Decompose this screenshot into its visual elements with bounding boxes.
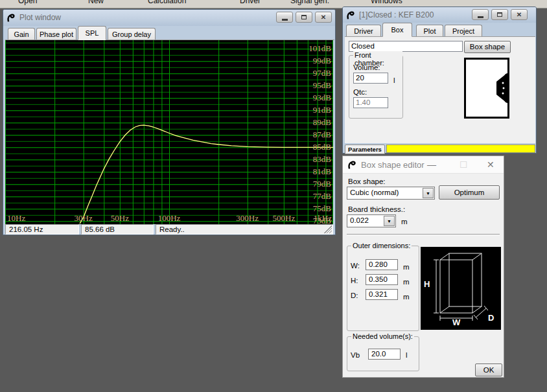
kef-window-titlebar[interactable]: [1]Closed : KEF B200 ✕	[343, 7, 536, 23]
x-tick-label: 50Hz	[111, 213, 129, 224]
close-icon[interactable]: ✕	[487, 159, 495, 170]
menu-item[interactable]: Open	[18, 0, 37, 5]
speaker-side-view-icon	[466, 60, 507, 117]
box-tab-panel: Closed Box shape Front chamber: Volume: …	[345, 37, 535, 143]
y-tick-label: 93dB	[313, 93, 331, 103]
qtc-input[interactable]: 1.40	[353, 97, 388, 108]
app-wrench-icon	[347, 160, 357, 170]
plot-statusbar: 216.05 Hz 85.66 dB Ready..	[5, 224, 333, 235]
y-tick-label: 81dB	[313, 167, 331, 177]
y-tick-label: 79dB	[313, 179, 331, 189]
depth-label: D:	[351, 292, 358, 299]
box-shape-editor-window: Box shape editor — ☐ ✕ Box shape: Cubic …	[342, 156, 504, 378]
minimize-icon[interactable]: —	[427, 159, 436, 170]
height-label: H:	[351, 277, 358, 284]
x-tick-label: 10Hz	[7, 213, 25, 224]
qtc-label: Qtc:	[353, 88, 367, 96]
minimize-button[interactable]	[276, 12, 293, 23]
minimize-button[interactable]	[472, 9, 489, 20]
menu-item[interactable]: New	[88, 0, 104, 5]
board-thickness-unit: m	[401, 218, 408, 225]
needed-volume-group: Needed volume(s): Vb 20.0 l	[347, 336, 419, 371]
vb-unit: l	[406, 351, 408, 359]
restore-button[interactable]	[296, 12, 312, 23]
box-shape-select[interactable]: Cubic (normal) ▼	[347, 187, 435, 200]
board-thickness-label: Board thickness.:	[348, 205, 405, 213]
parameters-tab[interactable]: Parameters	[345, 144, 385, 154]
volume-unit: l	[393, 76, 395, 84]
vb-input[interactable]: 20.0	[368, 349, 401, 360]
dim-d-label: D	[488, 313, 494, 323]
x-tick-label: 30Hz	[75, 213, 93, 224]
volume-input[interactable]: 20	[353, 73, 388, 84]
y-tick-label: 77dB	[313, 191, 331, 202]
status-frequency: 216.05 Hz	[5, 224, 79, 235]
status-state: Ready..	[156, 224, 333, 235]
close-button[interactable]: ✕	[511, 9, 528, 20]
y-tick-label: 97dB	[313, 68, 331, 78]
depth-input[interactable]: 0.321	[366, 289, 398, 300]
chevron-down-icon[interactable]: ▼	[384, 216, 395, 226]
spl-plot[interactable]: 101dB99dB97dB95dB93dB91dB89dB87dB85dB83d…	[5, 40, 333, 224]
box-shape-button[interactable]: Box shape	[464, 41, 511, 53]
restore-button[interactable]	[491, 9, 508, 20]
y-tick-label: 95dB	[313, 80, 331, 91]
width-label: W:	[351, 262, 360, 270]
front-chamber-group: Front chamber: Volume: 20 l Qtc: 1.40	[349, 55, 403, 119]
driver-box-window: [1]Closed : KEF B200 ✕ Driver Box Plot P…	[342, 6, 537, 154]
tab-group-delay[interactable]: Group delay	[108, 28, 156, 40]
x-tick-label: 500Hz	[272, 213, 295, 224]
ok-button[interactable]: OK	[475, 363, 502, 376]
maximize-icon: ☐	[460, 159, 468, 170]
tab-driver[interactable]: Driver	[346, 25, 381, 37]
box-editor-titlebar[interactable]: Box shape editor — ☐ ✕	[343, 156, 504, 174]
menu-item[interactable]: Calculation	[148, 0, 186, 5]
board-thickness-select[interactable]: 0.022 ▼	[347, 214, 396, 227]
box-3d-diagram: H W D	[421, 247, 501, 330]
tab-plot[interactable]: Plot	[416, 25, 443, 37]
spl-plot-canvas	[5, 40, 333, 224]
volume-label: Volume:	[353, 63, 380, 71]
width-input[interactable]: 0.280	[366, 259, 398, 270]
box-editor-title: Box shape editor	[361, 160, 425, 170]
closed-box-diagram	[464, 58, 509, 119]
menu-item[interactable]: Signal gen.	[290, 0, 329, 5]
depth-unit: m	[403, 293, 410, 301]
kef-tabstrip: Driver Box Plot Project	[345, 23, 535, 37]
separator	[347, 234, 500, 235]
outer-dimensions-legend: Outer dimensions:	[351, 242, 412, 249]
y-tick-label: 99dB	[313, 56, 331, 66]
y-tick-label: 91dB	[313, 105, 331, 115]
resize-grip[interactable]	[324, 225, 332, 233]
needed-volume-legend: Needed volume(s):	[351, 332, 414, 340]
dim-h-label: H	[424, 279, 430, 289]
plot-window: Plot window ✕ Gain Phase plot SPL Group …	[3, 9, 336, 235]
app-wrench-icon	[6, 13, 16, 23]
y-tick-label: 101dB	[308, 43, 331, 54]
plot-window-titlebar[interactable]: Plot window ✕	[3, 10, 335, 26]
tab-phase-plot[interactable]: Phase plot	[36, 28, 76, 40]
app-wrench-icon	[346, 10, 356, 20]
y-tick-label: 87dB	[313, 130, 331, 140]
box-shape-label: Box shape:	[348, 178, 386, 185]
tab-spl[interactable]: SPL	[78, 26, 106, 40]
plot-window-title: Plot window	[19, 13, 61, 22]
tab-project[interactable]: Project	[445, 25, 482, 37]
kef-window-title: [1]Closed : KEF B200	[359, 10, 434, 19]
optimum-button[interactable]: Optimum	[439, 185, 500, 200]
outer-dimensions-group: Outer dimensions: W: 0.280 m H: 0.350 m …	[347, 246, 419, 331]
dim-w-label: W	[452, 317, 460, 327]
menu-item[interactable]: Windows	[371, 0, 402, 5]
height-input[interactable]: 0.350	[366, 274, 398, 285]
height-unit: m	[403, 278, 410, 286]
x-tick-label: 300Hz	[236, 213, 259, 224]
tab-box[interactable]: Box	[382, 23, 412, 37]
chevron-down-icon[interactable]: ▼	[423, 188, 434, 198]
close-button[interactable]: ✕	[315, 12, 332, 23]
box-type-field[interactable]: Closed	[349, 41, 463, 52]
status-level: 85.66 dB	[81, 224, 154, 235]
menu-item[interactable]: Driver	[240, 0, 261, 5]
x-tick-label: 100Hz	[158, 213, 181, 224]
tab-gain[interactable]: Gain	[8, 28, 35, 40]
y-tick-label: 89dB	[313, 117, 331, 128]
